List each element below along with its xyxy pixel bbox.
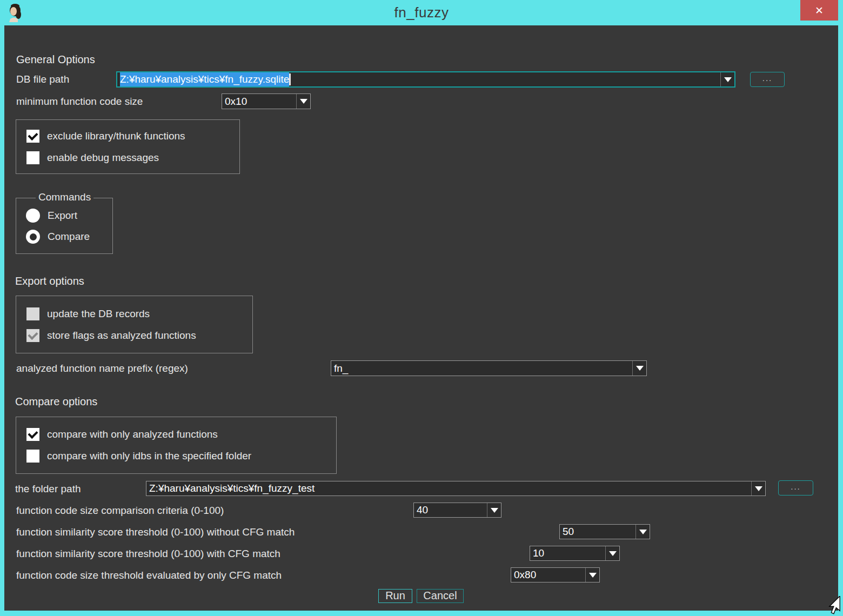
compare-idbs-folder-checkbox[interactable] bbox=[26, 450, 39, 463]
triangle-glyph bbox=[609, 551, 617, 556]
triangle-glyph bbox=[639, 530, 647, 534]
triangle-glyph bbox=[589, 573, 597, 578]
commands-legend: Commands bbox=[36, 191, 93, 203]
db-file-path-label: DB file path bbox=[16, 73, 69, 86]
option-row: enable debug messages bbox=[26, 151, 159, 165]
chevron-down-icon[interactable] bbox=[296, 94, 310, 109]
export-radio-label: Export bbox=[48, 210, 77, 222]
close-button[interactable]: ✕ bbox=[800, 0, 838, 21]
chevron-down-icon[interactable] bbox=[632, 361, 646, 376]
enable-debug-label: enable debug messages bbox=[47, 152, 159, 164]
sim-with-cfg-combo[interactable]: 10 bbox=[530, 546, 620, 561]
sim-without-cfg-label: function similarity score threshold (0-1… bbox=[16, 526, 295, 539]
store-flags-checkbox bbox=[26, 329, 39, 342]
titlebar: fn_fuzzy ✕ bbox=[0, 0, 843, 25]
option-row: compare with only analyzed functions bbox=[26, 427, 218, 441]
folder-browse-button[interactable]: ... bbox=[778, 480, 813, 496]
option-row: update the DB records bbox=[26, 307, 150, 321]
store-flags-label: store flags as analyzed functions bbox=[47, 330, 196, 342]
cancel-button[interactable]: Cancel bbox=[417, 589, 464, 603]
sim-without-cfg-combo[interactable]: 50 bbox=[559, 524, 650, 539]
db-file-path-value: Z:¥haru¥analysis¥tics¥fn_fuzzy.sqlite bbox=[120, 72, 289, 86]
triangle-glyph bbox=[491, 508, 498, 513]
option-row: store flags as analyzed functions bbox=[26, 329, 196, 343]
chevron-down-icon[interactable] bbox=[635, 525, 650, 539]
enable-debug-checkbox[interactable] bbox=[26, 151, 39, 164]
sim-with-cfg-label: function similarity score threshold (0-1… bbox=[16, 547, 280, 560]
size-threshold-value: 0x80 bbox=[511, 568, 585, 582]
option-row: compare with only idbs in the specified … bbox=[26, 449, 251, 463]
chevron-down-icon[interactable] bbox=[585, 568, 599, 582]
option-row: Export bbox=[26, 209, 77, 223]
commands-group: Commands Export Compare bbox=[16, 198, 113, 254]
prefix-label: analyzed function name prefix (regex) bbox=[16, 362, 188, 375]
prefix-value: fn_ bbox=[331, 361, 632, 376]
db-browse-button[interactable]: ... bbox=[750, 72, 785, 87]
export-radio[interactable] bbox=[26, 209, 40, 223]
dialog-body: General Options DB file path Z:¥haru¥ana… bbox=[4, 25, 838, 611]
window-title: fn_fuzzy bbox=[0, 4, 843, 21]
compare-radio[interactable] bbox=[26, 230, 40, 244]
general-options-heading: General Options bbox=[16, 53, 95, 66]
size-threshold-combo[interactable]: 0x80 bbox=[511, 567, 600, 582]
criteria-combo[interactable]: 40 bbox=[413, 503, 501, 518]
triangle-glyph bbox=[300, 99, 307, 104]
update-db-records-checkbox bbox=[26, 307, 39, 320]
sim-with-cfg-value: 10 bbox=[530, 546, 605, 560]
criteria-value: 40 bbox=[414, 503, 487, 517]
folder-path-label: the folder path bbox=[15, 483, 81, 496]
criteria-label: function code size comparison criteria (… bbox=[16, 504, 224, 517]
chevron-down-icon[interactable] bbox=[487, 503, 501, 517]
min-func-size-label: minimum function code size bbox=[16, 95, 143, 108]
exclude-library-label: exclude library/thunk functions bbox=[47, 130, 185, 142]
compare-analyzed-label: compare with only analyzed functions bbox=[47, 428, 218, 440]
triangle-glyph bbox=[755, 486, 762, 491]
option-row: Compare bbox=[26, 230, 90, 244]
prefix-combo[interactable]: fn_ bbox=[331, 360, 647, 376]
run-button[interactable]: Run bbox=[378, 589, 412, 603]
compare-idbs-folder-label: compare with only idbs in the specified … bbox=[47, 450, 251, 462]
compare-options-heading: Compare options bbox=[15, 395, 97, 408]
exclude-library-checkbox[interactable] bbox=[26, 130, 39, 143]
export-options-group: update the DB records store flags as ana… bbox=[16, 296, 253, 353]
compare-options-group: compare with only analyzed functions com… bbox=[16, 417, 337, 474]
folder-path-combo[interactable]: Z:¥haru¥analysis¥tics¥fn_fuzzy_test bbox=[146, 481, 766, 496]
chevron-down-icon[interactable] bbox=[720, 72, 734, 86]
compare-radio-label: Compare bbox=[48, 231, 90, 243]
sim-without-cfg-value: 50 bbox=[560, 525, 635, 539]
fn-fuzzy-dialog: fn_fuzzy ✕ General Options DB file path … bbox=[0, 0, 843, 616]
text-caret bbox=[289, 73, 291, 85]
export-options-heading: Export options bbox=[15, 274, 84, 287]
folder-path-value: Z:¥haru¥analysis¥tics¥fn_fuzzy_test bbox=[146, 481, 751, 496]
general-checkbox-group: exclude library/thunk functions enable d… bbox=[16, 119, 240, 174]
triangle-glyph bbox=[724, 77, 732, 82]
min-func-size-value: 0x10 bbox=[222, 94, 296, 109]
db-file-path-value-wrap: Z:¥haru¥analysis¥tics¥fn_fuzzy.sqlite bbox=[117, 72, 720, 86]
option-row: exclude library/thunk functions bbox=[26, 129, 185, 143]
db-file-path-combo[interactable]: Z:¥haru¥analysis¥tics¥fn_fuzzy.sqlite bbox=[116, 71, 735, 88]
mouse-cursor bbox=[826, 596, 842, 614]
chevron-down-icon[interactable] bbox=[751, 481, 765, 496]
size-threshold-label: function code size threshold evaluated b… bbox=[16, 569, 282, 582]
min-func-size-combo[interactable]: 0x10 bbox=[222, 93, 311, 109]
chevron-down-icon[interactable] bbox=[605, 546, 619, 560]
update-db-records-label: update the DB records bbox=[47, 308, 150, 320]
triangle-glyph bbox=[636, 366, 644, 371]
compare-analyzed-checkbox[interactable] bbox=[26, 428, 39, 441]
